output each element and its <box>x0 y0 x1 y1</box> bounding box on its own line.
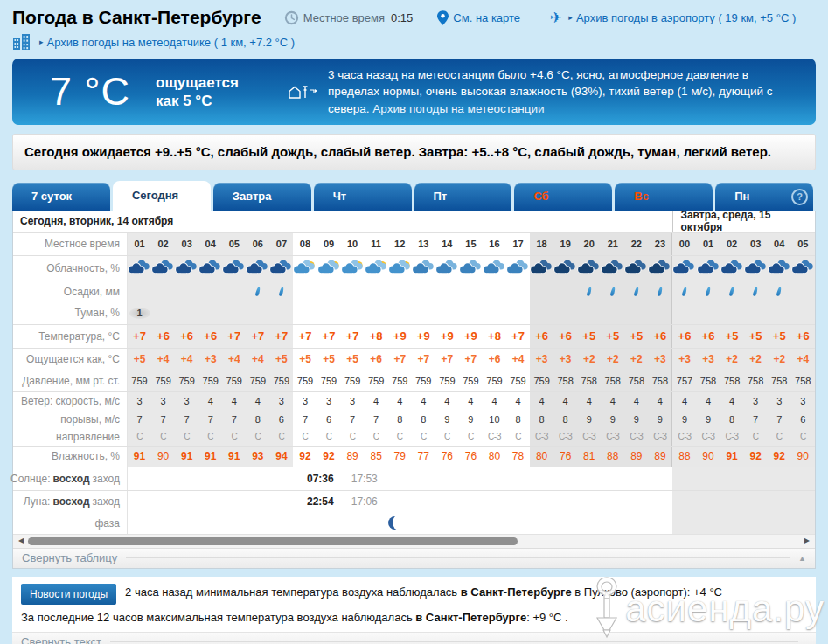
row-label: Осадки, мм <box>13 281 128 302</box>
cell-hours: 05 <box>791 233 815 255</box>
cell-precip <box>624 281 648 302</box>
cell-hours: 15 <box>459 233 483 255</box>
cell-wind_gust: 9 <box>459 411 483 428</box>
airport-archive-link[interactable]: Архив погоды в аэропорту ( 19 км, +5 °C … <box>576 11 796 24</box>
scroll-right-icon[interactable]: ▶ <box>803 537 811 544</box>
help-icon[interactable]: ? <box>791 189 808 205</box>
row-label: Влажность, % <box>13 447 128 467</box>
row-wind_dir: направлениеСССССССССССССССС-ЗСС-ЗС-ЗС-ЗС… <box>13 428 815 446</box>
row-label: Ощущается как, °C <box>13 349 128 370</box>
cell-pressure: 759 <box>317 370 341 391</box>
date-today: Сегодня, вторник, 14 октября <box>13 211 672 232</box>
cell-pressure: 759 <box>246 370 269 391</box>
cell-precip <box>648 281 671 302</box>
cell-fog <box>365 302 388 324</box>
cell-hours: 19 <box>553 233 577 255</box>
cell-wind_dir: С-З <box>530 428 553 446</box>
tab-7 суток[interactable]: 7 суток <box>12 183 110 211</box>
collapse-table-label: Свернуть таблицу <box>22 551 117 564</box>
cell-clouds <box>175 256 198 281</box>
cell-feels_like: +2 <box>601 349 624 370</box>
forecast-summary: Сегодня ожидается +9..+5 °C, слабый дожд… <box>12 134 816 170</box>
sunset-time: 17:53 <box>351 473 378 485</box>
cell-wind_speed: 4 <box>483 392 506 411</box>
cell-wind_speed: 4 <box>601 392 624 411</box>
scrollbar-thumb[interactable] <box>28 537 518 545</box>
cell-wind_speed: 4 <box>697 392 720 411</box>
row-fog: Туман, %1 <box>13 302 815 324</box>
cell-hours: 00 <box>671 233 696 255</box>
station-archive-link[interactable]: Архив погоды на метеостанции <box>372 102 544 115</box>
cell-humidity: 91 <box>128 447 151 467</box>
cell-feels_like: +5 <box>293 349 317 370</box>
cell-wind_dir: С <box>128 428 151 446</box>
cell-wind_dir: С-З <box>601 428 624 446</box>
cell-precip <box>388 281 412 302</box>
cell-feels_like: +7 <box>435 349 459 370</box>
cell-humidity: 91 <box>175 447 198 467</box>
cell-clouds <box>648 256 671 281</box>
sensor-archive-link[interactable]: Архив погоды на метеодатчике ( 1 км, +7.… <box>47 36 296 49</box>
cell-temperature: +7 <box>246 325 269 348</box>
cell-wind_dir: С <box>269 428 293 446</box>
collapse-table-button[interactable]: Свернуть таблицу ▲ <box>13 548 815 568</box>
cell-wind_dir: С <box>293 428 317 446</box>
tab-Вс[interactable]: Вс <box>615 183 713 211</box>
cell-precip <box>412 281 435 302</box>
cell-wind_speed: 3 <box>744 392 768 411</box>
collapse-text-label: Свернуть текст <box>21 635 101 644</box>
cell-feels_like: +4 <box>246 349 269 370</box>
cell-fog <box>412 302 435 324</box>
cell-temperature: +5 <box>720 325 744 348</box>
cell-clouds <box>553 256 577 281</box>
row-sun: Солнце: восход заход07:3617:53 <box>13 467 815 490</box>
cell-hours: 03 <box>175 233 198 255</box>
row-pressure: Давление, мм рт. ст.75975975975975975975… <box>13 370 815 391</box>
cell-temperature: +7 <box>269 325 293 348</box>
cell-pressure: 758 <box>768 370 791 391</box>
cell-precip <box>365 281 388 302</box>
cell-fog <box>506 302 530 324</box>
cell-humidity: 78 <box>506 447 530 467</box>
row-moon: Луна: восход заход22:5417:06 <box>13 490 815 513</box>
tab-Сб[interactable]: Сб <box>514 183 612 211</box>
cell-clouds <box>388 256 412 281</box>
cell-feels_like: +6 <box>483 349 506 370</box>
cell-hours: 23 <box>648 233 671 255</box>
map-link[interactable]: См. на карте <box>453 11 520 24</box>
cell-fog <box>768 302 791 324</box>
cell-pressure: 758 <box>791 370 815 391</box>
cell-fog <box>293 302 317 324</box>
cell-temperature: +6 <box>791 325 815 348</box>
collapse-text-button[interactable]: Свернуть текст <box>12 632 816 644</box>
cell-hours: 20 <box>577 233 601 255</box>
cell-humidity: 88 <box>671 447 696 467</box>
cell-humidity: 89 <box>624 447 648 467</box>
scrollbar-track[interactable] <box>25 537 803 546</box>
news-badge[interactable]: Новости погоды <box>21 584 116 605</box>
cell-hours: 21 <box>601 233 624 255</box>
tab-Чт[interactable]: Чт <box>314 183 412 211</box>
tab-Пт[interactable]: Пт <box>414 183 512 211</box>
tab-Завтра[interactable]: Завтра <box>213 183 311 211</box>
cell-fog: 1 <box>128 302 151 324</box>
cell-wind_speed: 3 <box>293 392 317 411</box>
moon-phase-icon <box>388 516 401 530</box>
cell-hours: 06 <box>246 233 269 255</box>
rain-drop-icon <box>706 287 712 297</box>
cell-fog <box>483 302 506 324</box>
cell-wind_speed: 4 <box>506 392 530 411</box>
tab-Сегодня[interactable]: Сегодня <box>113 181 211 211</box>
cell-humidity: 88 <box>601 447 624 467</box>
cell-humidity: 93 <box>246 447 269 467</box>
cell-pressure: 759 <box>412 370 435 391</box>
cell-clouds <box>601 256 624 281</box>
cell-pressure: 759 <box>198 370 222 391</box>
cell-fog <box>791 302 815 324</box>
scroll-left-icon[interactable]: ◀ <box>17 537 25 544</box>
cell-pressure: 757 <box>671 370 696 391</box>
cell-fog <box>530 302 553 324</box>
cell-clouds <box>151 256 175 281</box>
cell-feels_like: +5 <box>341 349 365 370</box>
cell-wind_speed: 4 <box>459 392 483 411</box>
